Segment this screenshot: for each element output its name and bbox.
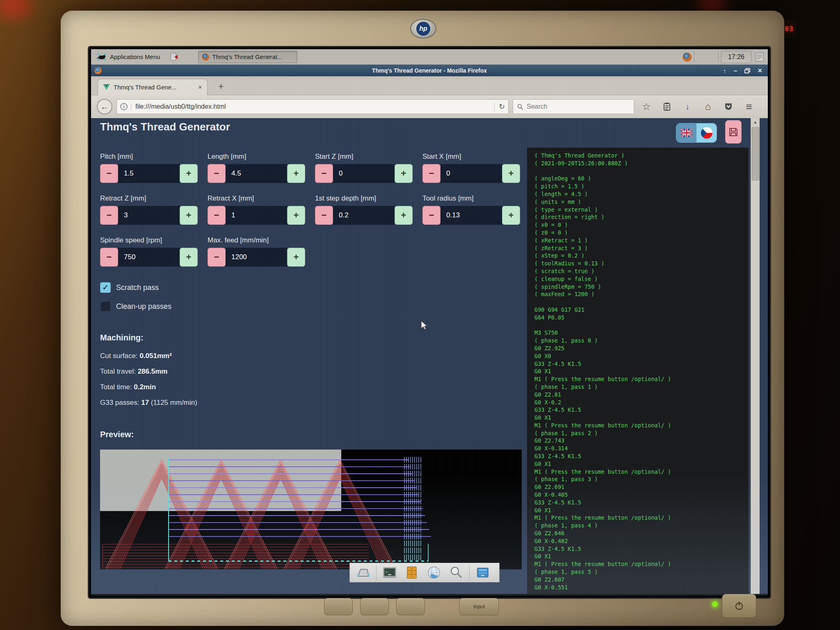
retract-z-input[interactable] [118, 206, 180, 225]
vue-favicon [103, 84, 110, 90]
firefox-tray-icon[interactable] [682, 52, 692, 62]
increment-button[interactable]: + [180, 164, 198, 183]
checkbox-checked[interactable]: ✓ [100, 282, 111, 293]
back-button[interactable]: ← [97, 99, 112, 114]
increment-button[interactable]: + [395, 164, 413, 183]
field-label: Retract Z [mm] [100, 194, 198, 203]
scratch-pass-checkbox-row[interactable]: ✓ Scratch pass [100, 282, 159, 293]
decrement-button[interactable]: − [208, 248, 226, 267]
decrement-button[interactable]: − [100, 164, 118, 183]
applications-menu-button[interactable]: Applications Menu [91, 49, 166, 64]
home-icon[interactable]: ⌂ [700, 101, 716, 112]
file-manager-icon[interactable] [403, 564, 421, 581]
decrement-button[interactable]: − [422, 164, 441, 183]
reload-icon[interactable]: ↻ [494, 102, 505, 111]
bookmark-star-icon[interactable]: ☆ [638, 101, 655, 112]
monitor-button [396, 598, 425, 615]
scrollbar-thumb[interactable] [752, 127, 759, 180]
decrement-button[interactable]: − [422, 206, 441, 225]
field-first-step-depth: 1st step depth [mm] − + [315, 194, 413, 225]
increment-button[interactable]: + [502, 206, 520, 225]
url-bar[interactable]: i ↻ [116, 99, 509, 114]
decrement-button[interactable]: − [208, 206, 226, 225]
svg-text:>: > [386, 570, 388, 574]
floppy-save-icon [728, 127, 738, 137]
dock-separator [469, 565, 470, 580]
cleanup-passes-checkbox-row[interactable]: Clean-up passes [100, 301, 171, 312]
show-desktop-icon[interactable] [354, 564, 372, 581]
monitor-button [360, 598, 389, 615]
search-input[interactable] [527, 103, 630, 110]
new-tab-button[interactable]: + [214, 80, 228, 94]
decrement-button[interactable]: − [315, 164, 333, 183]
field-label: 1st step depth [mm] [315, 194, 413, 203]
tab-close-icon[interactable]: × [198, 83, 202, 91]
removable-media-icon[interactable] [169, 52, 178, 62]
increment-button[interactable]: + [287, 248, 305, 267]
info-icon[interactable]: i [120, 103, 128, 110]
language-english-button[interactable] [676, 123, 696, 142]
increment-button[interactable]: + [180, 248, 198, 267]
pitch-input[interactable] [118, 164, 180, 183]
minimize-button[interactable]: − [734, 67, 737, 74]
increment-button[interactable]: + [180, 206, 198, 225]
library-icon[interactable] [659, 102, 675, 111]
start-z-input[interactable] [333, 164, 395, 183]
retract-x-input[interactable] [226, 206, 287, 225]
navigation-toolbar: ← i ↻ ☆ ↓ ⌂ ≡ [91, 95, 768, 118]
application-finder-icon[interactable] [447, 564, 465, 581]
restore-button[interactable] [744, 68, 750, 73]
stat-cut-surface: Cut surface: 0.051mm² [100, 352, 172, 360]
decrement-button[interactable]: − [100, 248, 118, 267]
length-input[interactable] [226, 164, 287, 183]
language-czech-button[interactable] [696, 123, 717, 142]
terminal-icon[interactable]: > [381, 564, 399, 581]
field-label: Retract X [mm] [208, 194, 305, 203]
window-titlebar: Thmq's Thread Generator - Mozilla Firefo… [91, 65, 768, 76]
shade-button[interactable]: ↑ [723, 67, 726, 74]
monitor-button [324, 598, 353, 615]
decrement-button[interactable]: − [208, 164, 226, 183]
czech-flag-icon [701, 127, 712, 139]
field-label: Pitch [mm] [100, 153, 198, 161]
taskbar-spacer [697, 49, 716, 64]
downloads-icon[interactable]: ↓ [679, 102, 696, 112]
checkbox-unchecked[interactable] [100, 301, 111, 312]
save-gcode-button[interactable] [725, 120, 742, 144]
web-browser-icon[interactable] [425, 564, 443, 581]
increment-button[interactable]: + [287, 206, 305, 225]
file-drawer-icon[interactable] [474, 564, 492, 581]
menu-hamburger-icon[interactable]: ≡ [741, 100, 757, 113]
field-label: Tool radius [mm] [422, 194, 520, 203]
tab-bar: Thmq's Thread Gene... × + [91, 76, 768, 95]
checkbox-label: Scratch pass [116, 283, 159, 292]
increment-button[interactable]: + [502, 164, 520, 183]
start-x-input[interactable] [441, 164, 502, 183]
gcode-output: ( Thmq's Thread Generator ) ( 2021-09-20… [534, 152, 749, 591]
notes-plugin-icon[interactable] [755, 52, 765, 62]
url-input[interactable] [131, 103, 491, 110]
search-bar[interactable] [513, 99, 634, 114]
room-light-reflection [0, 0, 31, 18]
page-content: Thmq's Thread Generator [91, 118, 768, 594]
first-step-depth-input[interactable] [333, 206, 395, 225]
increment-button[interactable]: + [287, 164, 305, 183]
tool-radius-input[interactable] [441, 206, 502, 225]
increment-button[interactable]: + [395, 206, 413, 225]
taskbar-clock: 17:26 [721, 51, 751, 63]
close-button[interactable]: × [758, 66, 762, 75]
field-label: Length [mm] [208, 153, 305, 161]
pocket-icon[interactable] [720, 103, 737, 111]
tab-thread-generator[interactable]: Thmq's Thread Gene... × [98, 79, 208, 95]
field-tool-radius: Tool radius [mm] − + [422, 194, 520, 225]
power-button [722, 594, 756, 618]
page-scrollbar[interactable]: ▲ [751, 118, 760, 594]
max-feed-input[interactable] [226, 248, 287, 267]
taskbar-window-button[interactable]: Thmq's Thread Generat... [198, 51, 297, 63]
spindle-speed-input[interactable] [118, 248, 180, 267]
decrement-button[interactable]: − [100, 206, 118, 225]
decrement-button[interactable]: − [315, 206, 333, 225]
gcode-panel: ( Thmq's Thread Generator ) ( 2021-09-20… [527, 148, 749, 594]
scrollbar-up-arrow[interactable]: ▲ [751, 118, 760, 126]
field-label: Start X [mm] [422, 153, 520, 161]
